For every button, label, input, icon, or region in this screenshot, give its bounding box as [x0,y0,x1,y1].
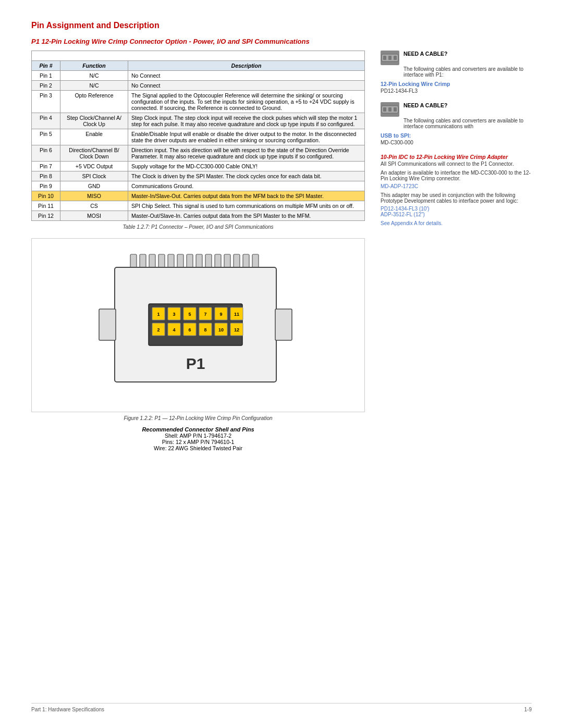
pin-function: CS [60,201,128,211]
table-row: Pin 9 GND Communications Ground. [32,181,365,191]
col-header-function: Function [60,61,128,71]
svg-rect-5 [177,254,183,269]
cable-icon-1 [381,51,399,65]
table-row: Pin 5 Enable Enable/Disable Input will e… [32,129,365,145]
page-title: Pin Assignment and Description [31,21,532,30]
left-column: Pin Assignment - P1 Power, I/O and SPI C… [31,51,365,451]
need-cable-label-1: NEED A CABLE? [403,51,447,57]
svg-rect-1 [140,254,146,269]
pin-number: Pin 9 [32,181,60,191]
svg-text:6: 6 [188,327,191,332]
svg-rect-11 [234,254,240,269]
pin-description: The Clock is driven by the SPI Master. T… [128,171,365,181]
svg-text:7: 7 [204,312,206,317]
svg-text:5: 5 [188,312,191,317]
cable-icon-2 [381,102,399,117]
pin-description: Step Clock input. The step clock input w… [128,113,365,129]
product-code-2: MD-C300-000 [381,140,532,145]
svg-rect-6 [187,254,193,269]
pin-number: Pin 10 [32,191,60,201]
appendix-link[interactable]: See Appendix A for details. [381,220,532,226]
pin-function: Step Clock/Channel A/ Clock Up [60,113,128,129]
recommended-line: Shell: AMP P/N 1-794617-2 [31,433,365,439]
table-row: Pin 4 Step Clock/Channel A/ Clock Up Ste… [32,113,365,129]
pin-function: SPI Clock [60,171,128,181]
adapter-section: 10-Pin IDC to 12-Pin Locking Wire Crimp … [381,154,532,226]
pin-number: Pin 7 [32,162,60,171]
need-cable-box-1: NEED A CABLE? The following cables and c… [381,51,532,94]
recommended-title: Recommended Connector Shell and Pins [31,426,365,433]
svg-rect-0 [130,254,137,269]
svg-rect-13 [252,254,259,269]
recommended-line: Wire: 22 AWG Shielded Twisted Pair [31,445,365,451]
svg-rect-49 [388,107,391,112]
pin-function: MOSI [60,211,128,221]
pin-number: Pin 11 [32,201,60,211]
pin-description: SPI Chip Select. This signal is used to … [128,201,365,211]
pin-number: Pin 5 [32,129,60,145]
connector-teeth [130,254,259,269]
recommended-section: Recommended Connector Shell and Pins She… [31,426,365,451]
need-cable-label-2: NEED A CABLE? [403,102,447,108]
pin-function: GND [60,181,128,191]
adapter-cables: PD12-1434-FL3 (10')ADP-3512-FL (12") [381,206,532,217]
need-cable-header-1: NEED A CABLE? [381,51,532,65]
svg-text:9: 9 [219,312,222,317]
section-heading: P1 12-Pin Locking Wire Crimp Connector O… [31,38,532,45]
table-caption: Table 1.2.7: P1 Connector – Power, I/O a… [31,224,365,230]
table-row: Pin 1 N/C No Connect [32,71,365,81]
svg-rect-9 [215,254,221,269]
pin-description: Communications Ground. [128,181,365,191]
pin-description: Master-In/Slave-Out. Carries output data… [128,191,365,201]
svg-text:8: 8 [204,327,206,332]
pin-description: The Signal applied to the Optocoupler Re… [128,91,365,113]
svg-text:12: 12 [234,327,239,332]
table-row: Pin 12 MOSI Master-Out/Slave-In. Carries… [32,211,365,221]
product-link-1[interactable]: 12-Pin Locking Wire Crimp [381,81,450,87]
figure-caption: Figure 1.2.2: P1 — 12-Pin Locking Wire C… [31,415,365,421]
adapter-desc-1: An adapter is available to interface the… [381,170,532,181]
svg-rect-4 [168,254,174,269]
svg-rect-8 [205,254,212,269]
col-header-pin: Pin # [32,61,60,71]
svg-rect-50 [394,107,397,112]
pin-description: Master-Out/Slave-In. Carries output data… [128,211,365,221]
pin-function: Direction/Channel B/ Clock Down [60,145,128,162]
svg-rect-48 [383,107,386,112]
pin-table: Pin Assignment - P1 Power, I/O and SPI C… [31,51,365,221]
table-row: Pin 6 Direction/Channel B/ Clock Down Di… [32,145,365,162]
pin-number: Pin 6 [32,145,60,162]
pin-description: Supply voltage for the MD-CC300-000 Cabl… [128,162,365,171]
footer-right: 1-9 [524,707,532,712]
adapter-desc-2: This adapter may be used in conjunction … [381,192,532,204]
table-row: Pin 7 +5 VDC Output Supply voltage for t… [32,162,365,171]
pin-function: Enable [60,129,128,145]
svg-rect-12 [243,254,249,269]
svg-rect-16 [275,309,292,340]
pin-function: MISO [60,191,128,201]
spi-comm-text: All SPI Communications will connect to t… [381,161,532,167]
pin-description: No Connect [128,81,365,91]
need-cable-header-2: NEED A CABLE? [381,102,532,117]
adapter-code: MD-ADP-1723C [381,183,532,189]
table-main-header: Pin Assignment - P1 Power, I/O and SPI C… [32,51,365,61]
need-cable-text-2: The following cables and converters are … [403,118,532,129]
svg-text:11: 11 [234,312,239,317]
pin-number: Pin 1 [32,71,60,81]
product-link-2[interactable]: USB to SPI: [381,132,411,139]
table-row: Pin 10 MISO Master-In/Slave-Out. Carries… [32,191,365,201]
svg-text:10: 10 [218,327,224,332]
table-row: Pin 11 CS SPI Chip Select. This signal i… [32,201,365,211]
svg-text:2: 2 [157,327,160,332]
pin-function: +5 VDC Output [60,162,128,171]
pin-number: Pin 4 [32,113,60,129]
pin-number: Pin 3 [32,91,60,113]
svg-rect-45 [388,56,391,60]
svg-rect-44 [383,56,386,60]
page: Pin Assignment and Description P1 12-Pin… [0,0,563,728]
table-row: Pin 2 N/C No Connect [32,81,365,91]
table-row: Pin 3 Opto Reference The Signal applied … [32,91,365,113]
svg-rect-2 [149,254,155,269]
pin-description: No Connect [128,71,365,81]
product-code-1: PD12-1434-FL3 [381,88,532,94]
